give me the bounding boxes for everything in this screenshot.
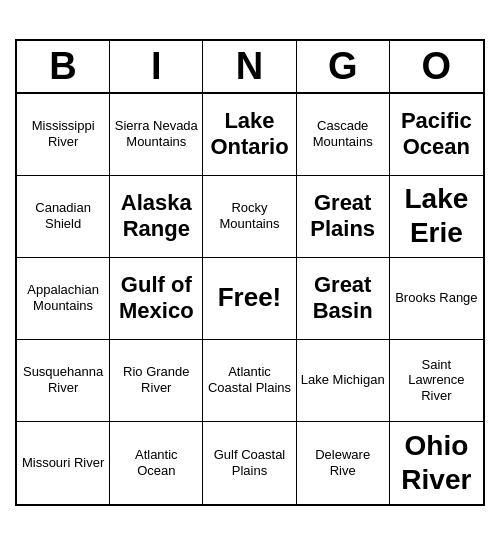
bingo-cell-7[interactable]: Rocky Mountains — [203, 176, 296, 258]
bingo-cell-2[interactable]: Lake Ontario — [203, 94, 296, 176]
bingo-cell-14[interactable]: Brooks Range — [390, 258, 483, 340]
bingo-cell-23[interactable]: Deleware Rive — [297, 422, 390, 504]
bingo-cell-10[interactable]: Appalachian Mountains — [17, 258, 110, 340]
bingo-cell-13[interactable]: Great Basin — [297, 258, 390, 340]
bingo-cell-1[interactable]: Sierra Nevada Mountains — [110, 94, 203, 176]
bingo-cell-8[interactable]: Great Plains — [297, 176, 390, 258]
bingo-cell-20[interactable]: Missouri River — [17, 422, 110, 504]
bingo-cell-18[interactable]: Lake Michigan — [297, 340, 390, 422]
bingo-cell-5[interactable]: Canadian Shield — [17, 176, 110, 258]
bingo-cell-4[interactable]: Pacific Ocean — [390, 94, 483, 176]
header-i: I — [110, 41, 203, 92]
header-n: N — [203, 41, 296, 92]
bingo-cell-15[interactable]: Susquehanna River — [17, 340, 110, 422]
bingo-cell-24[interactable]: Ohio River — [390, 422, 483, 504]
bingo-cell-17[interactable]: Atlantic Coastal Plains — [203, 340, 296, 422]
bingo-cell-11[interactable]: Gulf of Mexico — [110, 258, 203, 340]
bingo-cell-6[interactable]: Alaska Range — [110, 176, 203, 258]
bingo-cell-21[interactable]: Atlantic Ocean — [110, 422, 203, 504]
bingo-grid: Mississippi RiverSierra Nevada Mountains… — [17, 94, 483, 504]
bingo-cell-22[interactable]: Gulf Coastal Plains — [203, 422, 296, 504]
bingo-cell-3[interactable]: Cascade Mountains — [297, 94, 390, 176]
bingo-cell-19[interactable]: Saint Lawrence River — [390, 340, 483, 422]
bingo-cell-0[interactable]: Mississippi River — [17, 94, 110, 176]
bingo-cell-16[interactable]: Rio Grande River — [110, 340, 203, 422]
bingo-cell-12[interactable]: Free! — [203, 258, 296, 340]
bingo-card: B I N G O Mississippi RiverSierra Nevada… — [15, 39, 485, 506]
bingo-cell-9[interactable]: Lake Erie — [390, 176, 483, 258]
bingo-header: B I N G O — [17, 41, 483, 94]
header-b: B — [17, 41, 110, 92]
header-o: O — [390, 41, 483, 92]
header-g: G — [297, 41, 390, 92]
